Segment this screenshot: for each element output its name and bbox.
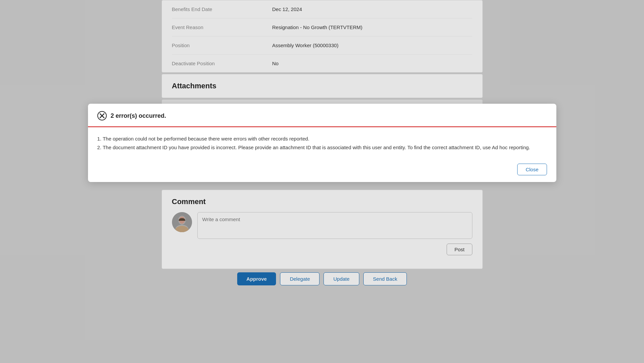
list-item: 1. The operation could not be performed … [97,134,547,143]
modal-title: 2 error(s) occurred. [111,112,166,119]
list-item: 2. The document attachment ID you have p… [97,143,547,152]
modal-header: 2 error(s) occurred. [88,104,556,127]
page-background: Benefits End Date Dec 12, 2024 Event Rea… [0,0,644,363]
error-circle-icon [97,111,107,120]
close-button[interactable]: Close [517,164,547,175]
modal-overlay: 2 error(s) occurred. 1. The operation co… [0,0,644,363]
error-modal: 2 error(s) occurred. 1. The operation co… [88,104,556,182]
modal-footer: Close [88,159,556,182]
modal-body: 1. The operation could not be performed … [88,127,556,159]
error-list: 1. The operation could not be performed … [97,134,547,152]
